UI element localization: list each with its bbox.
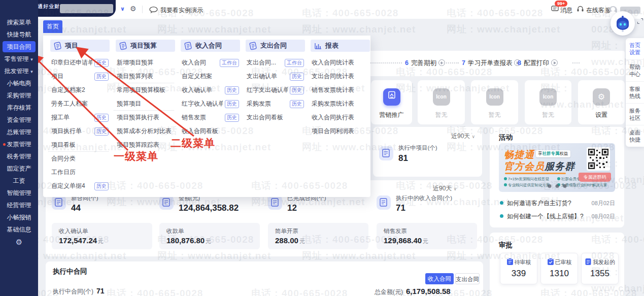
approval-card-2[interactable]: 我发起的1355 [581,253,619,284]
history-badge[interactable]: 历史 [290,100,304,108]
sidebar-item-9[interactable]: 总账管理 [0,126,38,138]
support-label[interactable]: 在线客服 [586,6,611,15]
menu-item[interactable]: 自定义档案2 [48,83,109,97]
menu-item[interactable]: 项目历史 [48,70,109,83]
menu-item[interactable]: 印章归还申请单历史 [48,56,109,70]
menu-item[interactable]: 支出合同...工作台 [244,56,304,70]
menu-item[interactable]: 收入确认单历史 [179,83,239,97]
menu-item[interactable]: 预算项目 [114,97,174,111]
menu-item[interactable]: 合同分类 [48,152,109,166]
menu-column-header[interactable]: 支出合同 [246,40,305,52]
menu-item[interactable]: 收入合同统计表 [309,56,369,70]
menu-item[interactable]: 支出合同统计表 [309,70,369,83]
sidebar-item-13[interactable]: 工资 [0,175,38,187]
sidebar-item-1[interactable]: 快捷导航 [0,28,38,41]
menu-item[interactable]: 项目预算执行表 [114,111,174,124]
headset-icon[interactable] [577,5,584,13]
menu-item[interactable]: 红字支出确认单历史 [244,83,304,97]
sidebar-item-12[interactable]: 固定资产 [0,162,38,175]
tab-home[interactable]: 首页 [43,20,62,33]
sidebar-item-4[interactable]: 批发管理▼ [0,65,38,77]
sidebar-item-14[interactable]: 智能管理 [0,187,38,199]
menu-item[interactable]: 采购发票统计表 [309,97,369,111]
approval-card-1[interactable]: 已审核1310 [540,253,578,284]
activity-article-0[interactable]: 如何邀请客户自主订货?08月02日 [499,198,615,209]
workbench-badge[interactable]: 工作台 [220,59,239,67]
history-badge[interactable]: 历史 [94,182,109,190]
menu-item[interactable]: 劳务工人档案 [48,97,109,111]
menu-item[interactable]: 新增项目预算 [114,56,174,70]
sidebar-item-7[interactable]: 库存核算 [0,102,38,114]
org-name-redacted[interactable] [60,4,113,13]
menu-item[interactable]: 预算成本分析对比表 [114,124,174,138]
menu-item[interactable]: 工作日历 [48,166,109,179]
quick-card-empty-2[interactable]: Icon暂无 [471,80,518,124]
menu-item[interactable]: 红字收入确认单历史 [179,97,239,111]
history-badge[interactable]: 历史 [94,59,109,67]
menu-item[interactable]: 项目看板 [48,138,109,152]
sidebar-item-10[interactable]: 发票管理 [0,138,38,150]
kpi-subcard-3[interactable]: 销售发票129,868.40元 [377,223,477,249]
sidebar-gear-icon[interactable]: ⚙ [0,238,38,247]
range-selector[interactable]: 近90天∨ [451,132,475,141]
expand-icon[interactable] [637,18,643,24]
history-badge[interactable]: 历史 [225,100,239,108]
sidebar-item-3[interactable]: 零售管理▼ [0,53,38,65]
menu-item[interactable]: 销售发票统计表 [309,83,369,97]
menu-item[interactable]: 自定义档案 [179,70,239,83]
income-contract-button[interactable]: 收入合同 [425,273,454,284]
activity-article-1[interactable]: 如何创建一个【线上店铺】?08月02日 [499,211,615,222]
expense-contract-button[interactable]: 支出合同 [455,273,480,284]
assistant-robot-icon[interactable] [611,11,635,36]
menu-item[interactable]: 项目预算跟踪表 [114,138,174,152]
menu-column-header[interactable]: 报表 [311,40,370,52]
rail-item-0[interactable]: 首页 设置 [626,38,644,60]
menu-item[interactable]: 收入合同执行表 [309,111,369,124]
menu-item[interactable]: 收入合同看板 [179,124,239,138]
sidebar-item-16[interactable]: 小畅报销 [0,211,38,223]
menu-item[interactable]: 收入合同工作台 [179,56,239,70]
history-badge[interactable]: 历史 [290,73,304,81]
sidebar-item-8[interactable]: 资金管理 [0,114,38,126]
sidebar-item-15[interactable]: 经营管理 [0,199,38,211]
menu-column-header[interactable]: 项目预算 [116,40,175,52]
chevron-down-icon[interactable]: ∨ [120,6,125,12]
approval-card-0[interactable]: 待审核339 [500,253,537,284]
history-badge[interactable]: 历史 [94,73,109,81]
menu-item[interactable]: 项目合同利润表 [309,124,369,138]
rail-item-2[interactable]: 客服 热线 [626,82,644,104]
menu-item[interactable]: 项目预算列表 [114,70,174,83]
sidebar-item-0[interactable]: 搜索菜单 [0,16,38,28]
play-icon[interactable] [551,59,558,66]
quick-card-empty-1[interactable]: Icon暂无 [418,80,465,124]
rail-item-1[interactable]: 帮助 中心 [626,60,644,82]
demo-link[interactable]: 我要看实例演示 [160,6,203,15]
menu-item[interactable]: 项目执行单历史 [48,124,109,138]
carousel-dots[interactable] [546,181,568,190]
range-selector[interactable]: 近90天∨ [433,184,457,193]
history-badge[interactable]: 历史 [225,114,239,122]
rail-item-3[interactable]: 服务 社区 [626,104,644,125]
quick-card-marketing[interactable]: 营销推广 [371,80,412,124]
menu-item[interactable]: 支出确认单历史 [244,70,304,83]
menu-item[interactable]: 报工单历史 [48,111,109,124]
menu-item[interactable]: 常用项目预算模板 [114,83,174,97]
step-8[interactable]: 8配置打印 [518,59,558,68]
step-7[interactable]: 7学习开单查报表 [462,59,521,68]
history-badge[interactable]: 历史 [290,86,304,94]
menu-column-header[interactable]: 收入合同 [181,40,240,52]
history-badge[interactable]: 历史 [225,86,239,94]
rail-item-4[interactable]: 桌面 快捷 [626,125,644,147]
workbench-badge[interactable]: 工作台 [285,59,304,67]
menu-item[interactable]: 采购发票历史 [244,97,304,111]
sidebar-item-5[interactable]: 小畅电商 [0,77,38,89]
menu-column-header[interactable]: 项目 [50,40,110,52]
promo-banner[interactable]: 畅捷通享社群专属权益 官方会员服务群 7×15h资深顾问在线答疑社群会员专享购买… [499,143,615,192]
sidebar-item-6[interactable]: 采购管理 [0,89,38,102]
history-badge[interactable]: 历史 [94,127,109,136]
messages-label[interactable]: 消息 [560,6,572,15]
sidebar-item-2[interactable]: 项目合同 [0,41,38,53]
menu-item[interactable]: 销售发票历史 [179,111,239,124]
kpi-subcard-0[interactable]: 收入确认单172,547.24元 [52,223,152,249]
history-badge[interactable]: 历史 [94,114,109,122]
